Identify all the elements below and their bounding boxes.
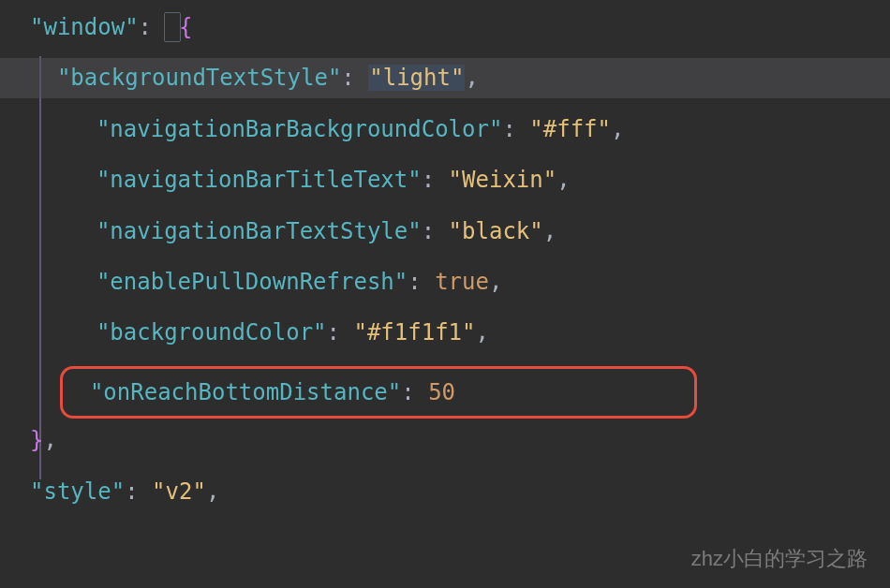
json-key: backgroundColor (110, 319, 313, 345)
close-brace: } (30, 427, 43, 453)
json-key: onReachBottomDistance (103, 379, 387, 405)
json-key: backgroundTextStyle (70, 65, 328, 91)
json-key: enablePullDownRefresh (110, 269, 393, 295)
highlight-box: "onReachBottomDistance": 50 (60, 366, 697, 419)
json-value: #f1f1f1 (367, 319, 462, 345)
code-line[interactable]: "window": { (30, 7, 890, 47)
json-value: #fff (543, 116, 598, 142)
json-key: navigationBarTitleText (110, 167, 408, 193)
json-value: v2 (166, 478, 193, 505)
json-value: 50 (428, 379, 455, 405)
json-value: true (435, 269, 489, 295)
code-line-highlighted[interactable]: "backgroundTextStyle": "light", (0, 58, 890, 97)
matching-bracket-hint (166, 14, 179, 40)
code-line[interactable]: }, (30, 420, 890, 460)
json-key: navigationBarBackgroundColor (110, 116, 489, 142)
json-value: Weixin (462, 167, 543, 193)
code-line[interactable]: "navigationBarTextStyle": "black", (30, 212, 890, 251)
watermark-text: zhz小白的学习之路 (691, 542, 868, 575)
code-editor[interactable]: "window": { "backgroundTextStyle": "ligh… (0, 0, 890, 519)
code-line[interactable]: "navigationBarBackgroundColor": "#fff", (30, 110, 890, 149)
json-key: window (43, 14, 125, 40)
open-brace: { (179, 14, 192, 40)
code-line[interactable]: "enablePullDownRefresh": true, (30, 262, 890, 301)
code-line-emphasized[interactable]: "onReachBottomDistance": 50 (30, 364, 890, 420)
code-line[interactable]: "style": "v2", (30, 472, 890, 511)
json-key: style (43, 478, 111, 505)
json-value: black (462, 218, 529, 244)
code-line[interactable]: "navigationBarTitleText": "Weixin", (30, 160, 890, 199)
code-line[interactable]: "backgroundColor": "#f1f1f1", (30, 313, 890, 352)
selected-text: "light" (368, 65, 465, 91)
json-key: navigationBarTextStyle (110, 218, 408, 244)
